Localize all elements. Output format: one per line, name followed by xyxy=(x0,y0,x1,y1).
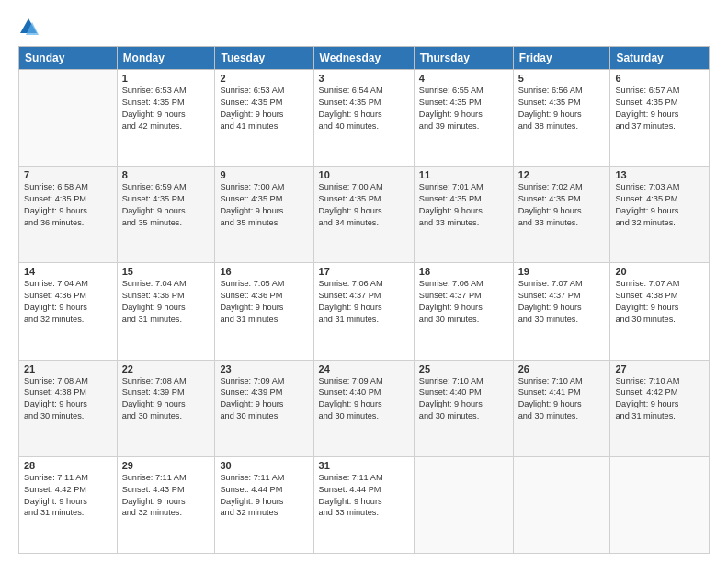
header xyxy=(18,17,710,37)
cell-content: Sunrise: 7:11 AMSunset: 4:43 PMDaylight:… xyxy=(122,472,210,520)
calendar-header-row: SundayMondayTuesdayWednesdayThursdayFrid… xyxy=(19,47,710,70)
cell-content: Sunrise: 7:06 AMSunset: 4:37 PMDaylight:… xyxy=(419,278,508,326)
calendar-cell: 8Sunrise: 6:59 AMSunset: 4:35 PMDaylight… xyxy=(117,167,215,263)
cell-content: Sunrise: 7:03 AMSunset: 4:35 PMDaylight:… xyxy=(615,181,704,229)
calendar-week-5: 28Sunrise: 7:11 AMSunset: 4:42 PMDayligh… xyxy=(19,456,710,553)
day-number: 30 xyxy=(220,460,308,471)
cell-content: Sunrise: 7:08 AMSunset: 4:38 PMDaylight:… xyxy=(24,375,112,423)
logo xyxy=(18,17,42,37)
day-number: 31 xyxy=(319,460,409,471)
day-number: 11 xyxy=(419,169,508,180)
calendar-cell: 18Sunrise: 7:06 AMSunset: 4:37 PMDayligh… xyxy=(414,263,513,360)
day-number: 7 xyxy=(24,169,112,180)
day-number: 25 xyxy=(419,363,508,374)
cell-content: Sunrise: 6:53 AMSunset: 4:35 PMDaylight:… xyxy=(220,85,308,132)
cell-content: Sunrise: 7:07 AMSunset: 4:38 PMDaylight:… xyxy=(615,278,704,326)
calendar-cell: 13Sunrise: 7:03 AMSunset: 4:35 PMDayligh… xyxy=(610,167,710,263)
day-number: 27 xyxy=(615,363,704,374)
calendar-cell xyxy=(19,70,118,167)
calendar-cell: 22Sunrise: 7:08 AMSunset: 4:39 PMDayligh… xyxy=(117,360,215,456)
calendar-cell xyxy=(513,456,610,553)
cell-content: Sunrise: 6:53 AMSunset: 4:35 PMDaylight:… xyxy=(122,85,210,132)
calendar-cell: 10Sunrise: 7:00 AMSunset: 4:35 PMDayligh… xyxy=(313,167,414,263)
day-number: 18 xyxy=(419,266,508,277)
day-number: 9 xyxy=(220,169,308,180)
calendar-week-1: 1Sunrise: 6:53 AMSunset: 4:35 PMDaylight… xyxy=(19,70,710,167)
day-number: 29 xyxy=(122,460,210,471)
day-number: 13 xyxy=(615,169,704,180)
calendar-cell: 30Sunrise: 7:11 AMSunset: 4:44 PMDayligh… xyxy=(215,456,313,553)
calendar-cell: 1Sunrise: 6:53 AMSunset: 4:35 PMDaylight… xyxy=(117,70,215,167)
day-number: 6 xyxy=(615,73,704,84)
cell-content: Sunrise: 7:08 AMSunset: 4:39 PMDaylight:… xyxy=(122,375,210,423)
cell-content: Sunrise: 7:09 AMSunset: 4:39 PMDaylight:… xyxy=(220,375,308,423)
cell-content: Sunrise: 7:09 AMSunset: 4:40 PMDaylight:… xyxy=(319,375,409,423)
cell-content: Sunrise: 6:55 AMSunset: 4:35 PMDaylight:… xyxy=(419,85,508,132)
calendar-week-4: 21Sunrise: 7:08 AMSunset: 4:38 PMDayligh… xyxy=(19,360,710,456)
calendar-cell: 31Sunrise: 7:11 AMSunset: 4:44 PMDayligh… xyxy=(313,456,414,553)
calendar-header-wednesday: Wednesday xyxy=(313,47,414,70)
cell-content: Sunrise: 7:10 AMSunset: 4:40 PMDaylight:… xyxy=(419,375,508,423)
cell-content: Sunrise: 7:05 AMSunset: 4:36 PMDaylight:… xyxy=(220,278,308,326)
day-number: 1 xyxy=(122,73,210,84)
day-number: 14 xyxy=(24,266,112,277)
calendar-header-saturday: Saturday xyxy=(610,47,710,70)
cell-content: Sunrise: 7:10 AMSunset: 4:42 PMDaylight:… xyxy=(615,375,704,423)
calendar-cell: 17Sunrise: 7:06 AMSunset: 4:37 PMDayligh… xyxy=(313,263,414,360)
day-number: 19 xyxy=(518,266,606,277)
calendar-cell: 23Sunrise: 7:09 AMSunset: 4:39 PMDayligh… xyxy=(215,360,313,456)
calendar-cell: 11Sunrise: 7:01 AMSunset: 4:35 PMDayligh… xyxy=(414,167,513,263)
cell-content: Sunrise: 7:04 AMSunset: 4:36 PMDaylight:… xyxy=(24,278,112,326)
day-number: 15 xyxy=(122,266,210,277)
calendar-cell: 9Sunrise: 7:00 AMSunset: 4:35 PMDaylight… xyxy=(215,167,313,263)
cell-content: Sunrise: 6:59 AMSunset: 4:35 PMDaylight:… xyxy=(122,181,210,229)
calendar-cell: 26Sunrise: 7:10 AMSunset: 4:41 PMDayligh… xyxy=(513,360,610,456)
cell-content: Sunrise: 6:57 AMSunset: 4:35 PMDaylight:… xyxy=(615,85,704,132)
calendar-cell: 25Sunrise: 7:10 AMSunset: 4:40 PMDayligh… xyxy=(414,360,513,456)
calendar-week-2: 7Sunrise: 6:58 AMSunset: 4:35 PMDaylight… xyxy=(19,167,710,263)
calendar-cell: 7Sunrise: 6:58 AMSunset: 4:35 PMDaylight… xyxy=(19,167,118,263)
calendar-cell: 6Sunrise: 6:57 AMSunset: 4:35 PMDaylight… xyxy=(610,70,710,167)
day-number: 20 xyxy=(615,266,704,277)
day-number: 2 xyxy=(220,73,308,84)
page: SundayMondayTuesdayWednesdayThursdayFrid… xyxy=(0,0,728,563)
cell-content: Sunrise: 7:11 AMSunset: 4:44 PMDaylight:… xyxy=(220,472,308,520)
calendar-cell: 28Sunrise: 7:11 AMSunset: 4:42 PMDayligh… xyxy=(19,456,118,553)
calendar-header-thursday: Thursday xyxy=(414,47,513,70)
day-number: 10 xyxy=(319,169,409,180)
cell-content: Sunrise: 6:54 AMSunset: 4:35 PMDaylight:… xyxy=(319,85,409,132)
calendar-cell xyxy=(414,456,513,553)
calendar-cell: 29Sunrise: 7:11 AMSunset: 4:43 PMDayligh… xyxy=(117,456,215,553)
day-number: 21 xyxy=(24,363,112,374)
day-number: 26 xyxy=(518,363,606,374)
calendar-header-sunday: Sunday xyxy=(19,47,118,70)
day-number: 16 xyxy=(220,266,308,277)
cell-content: Sunrise: 7:00 AMSunset: 4:35 PMDaylight:… xyxy=(319,181,409,229)
cell-content: Sunrise: 7:11 AMSunset: 4:44 PMDaylight:… xyxy=(319,472,409,520)
day-number: 17 xyxy=(319,266,409,277)
calendar-cell: 14Sunrise: 7:04 AMSunset: 4:36 PMDayligh… xyxy=(19,263,118,360)
cell-content: Sunrise: 7:07 AMSunset: 4:37 PMDaylight:… xyxy=(518,278,606,326)
day-number: 3 xyxy=(319,73,409,84)
day-number: 12 xyxy=(518,169,606,180)
calendar-cell: 24Sunrise: 7:09 AMSunset: 4:40 PMDayligh… xyxy=(313,360,414,456)
calendar-week-3: 14Sunrise: 7:04 AMSunset: 4:36 PMDayligh… xyxy=(19,263,710,360)
calendar-cell: 15Sunrise: 7:04 AMSunset: 4:36 PMDayligh… xyxy=(117,263,215,360)
day-number: 23 xyxy=(220,363,308,374)
calendar-cell xyxy=(610,456,710,553)
calendar: SundayMondayTuesdayWednesdayThursdayFrid… xyxy=(18,46,710,554)
calendar-cell: 27Sunrise: 7:10 AMSunset: 4:42 PMDayligh… xyxy=(610,360,710,456)
cell-content: Sunrise: 6:56 AMSunset: 4:35 PMDaylight:… xyxy=(518,85,606,132)
day-number: 8 xyxy=(122,169,210,180)
day-number: 5 xyxy=(518,73,606,84)
logo-icon xyxy=(18,17,39,37)
day-number: 28 xyxy=(24,460,112,471)
day-number: 22 xyxy=(122,363,210,374)
calendar-header-tuesday: Tuesday xyxy=(215,47,313,70)
calendar-cell: 5Sunrise: 6:56 AMSunset: 4:35 PMDaylight… xyxy=(513,70,610,167)
calendar-cell: 12Sunrise: 7:02 AMSunset: 4:35 PMDayligh… xyxy=(513,167,610,263)
cell-content: Sunrise: 7:11 AMSunset: 4:42 PMDaylight:… xyxy=(24,472,112,520)
cell-content: Sunrise: 7:06 AMSunset: 4:37 PMDaylight:… xyxy=(319,278,409,326)
cell-content: Sunrise: 7:01 AMSunset: 4:35 PMDaylight:… xyxy=(419,181,508,229)
calendar-header-friday: Friday xyxy=(513,47,610,70)
